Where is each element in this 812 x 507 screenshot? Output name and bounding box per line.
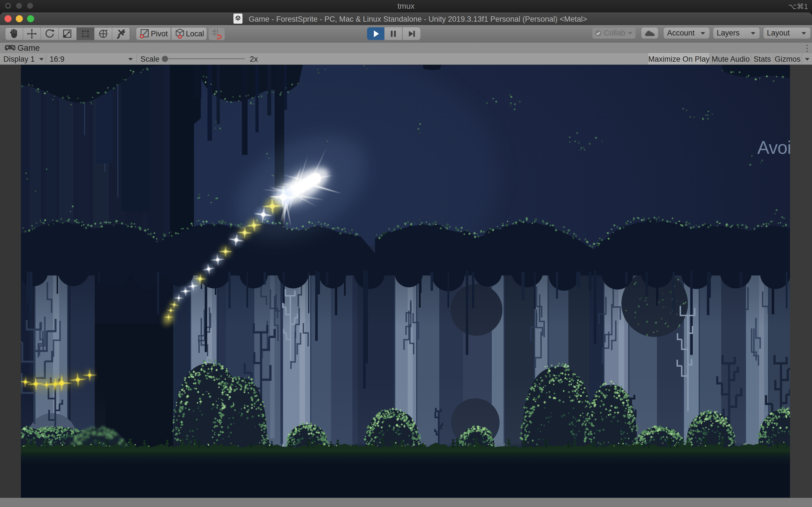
svg-text:Avoid: Avoid [757,137,790,158]
